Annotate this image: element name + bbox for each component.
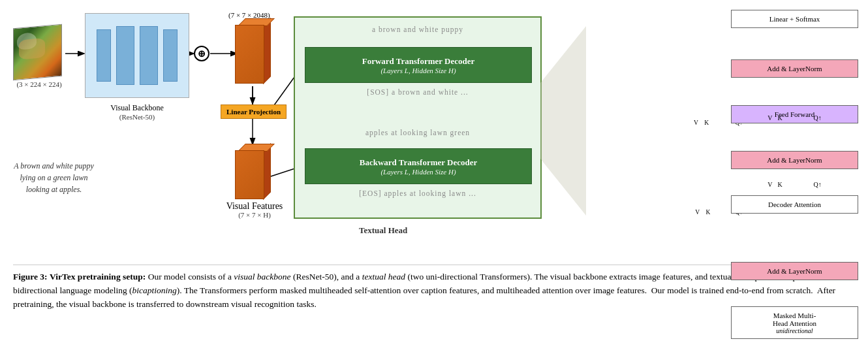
- visual-backbone-italic: visual backbone: [234, 272, 290, 282]
- visual-backbone-sublabel: (ResNet-50): [85, 113, 189, 121]
- token-bottom-top-text: apples at looking lawn green: [295, 129, 540, 137]
- decoder-stack: Linear + Softmax Add & LayerNorm Feed Fo…: [731, 10, 868, 212]
- vkq-row-decoder: V K Q↑: [731, 112, 858, 123]
- zoom-connector: [540, 26, 586, 216]
- visual-features-label: Visual Features: [215, 201, 294, 212]
- v-label-decoder: V: [694, 120, 698, 126]
- q-arrow-masked: Q↑: [814, 181, 822, 188]
- textual-head-label: Textual Head: [359, 225, 407, 236]
- masked-mha-box: Masked Multi- Head Attention unidirectio…: [731, 306, 858, 339]
- add-norm-3-box: Add & LayerNorm: [731, 262, 858, 280]
- q-arrow-decoder: Q↑: [814, 114, 822, 121]
- v-decoder: V: [767, 114, 772, 121]
- token-middle-text: [SOS] a brown and white ...: [295, 88, 540, 96]
- backbone-bar-3: [140, 26, 158, 85]
- decoder-attention-box: Decoder Attention: [731, 195, 858, 214]
- main-container: (3 × 224 × 224) Visual Backbone (ResNet-…: [0, 0, 868, 318]
- k-decoder: K: [777, 114, 782, 121]
- visual-backbone-label: Visual Backbone: [85, 103, 189, 113]
- input-image-container: (3 × 224 × 224): [13, 26, 65, 78]
- forward-decoder-title: Forward Transformer Decoder: [362, 56, 475, 67]
- decoder-panel: Attention Heads:A = H / 64 FeedforwardSi…: [581, 10, 868, 242]
- token-top-text: a brown and white puppy: [295, 25, 540, 33]
- backward-decoder-box: Backward Transformer Decoder (Layers L, …: [305, 148, 532, 184]
- linear-projection-box: Linear Projection: [221, 105, 287, 119]
- add-norm-1-box: Add & LayerNorm: [731, 59, 858, 78]
- backward-decoder-subtitle: (Layers L, Hidden Size H): [380, 168, 456, 176]
- backward-decoder-title: Backward Transformer Decoder: [360, 157, 478, 168]
- visual-features-cube: [235, 144, 271, 196]
- backbone-bar-4: [163, 29, 178, 82]
- vkq-row-masked: V K Q↑: [731, 178, 858, 190]
- v-label-masked: V: [695, 209, 700, 216]
- textual-head-italic: textual head: [362, 272, 405, 282]
- figure-number: Figure 3:: [13, 272, 48, 282]
- visual-features-sublabel: (7 × 7 × H): [215, 211, 294, 219]
- forward-decoder-subtitle: (Layers L, Hidden Size H): [380, 67, 456, 74]
- visual-backbone-box: [85, 13, 189, 98]
- figure-caption: Figure 3: VirTex pretraining setup: Our …: [13, 265, 855, 312]
- k-label-decoder: K: [704, 120, 709, 126]
- add-norm-2-box: Add & LayerNorm: [731, 151, 858, 169]
- large-orange-cube: [235, 18, 271, 84]
- image-size-label: (3 × 224 × 224): [13, 80, 65, 88]
- k-label-masked: K: [706, 209, 711, 216]
- figure-bold-text: VirTex pretraining setup:: [50, 272, 146, 282]
- backbone-bar-1: [97, 29, 111, 82]
- image-caption-text: A brown and white puppylying on a green …: [13, 160, 95, 195]
- linear-softmax-box: Linear + Softmax: [731, 10, 858, 28]
- bicaptioning-italic: bicaptioning: [132, 285, 177, 295]
- k-masked: K: [777, 181, 782, 188]
- circle-plus: ⊕: [194, 46, 209, 61]
- diagram-area: (3 × 224 × 224) Visual Backbone (ResNet-…: [13, 7, 855, 261]
- backbone-bar-2: [116, 26, 134, 85]
- v-masked: V: [767, 181, 772, 188]
- textual-head-box: a brown and white puppy Forward Transfor…: [294, 16, 542, 219]
- token-bottom-text: [EOS] apples at looking lawn ...: [295, 189, 540, 197]
- forward-decoder-box: Forward Transformer Decoder (Layers L, H…: [305, 47, 532, 83]
